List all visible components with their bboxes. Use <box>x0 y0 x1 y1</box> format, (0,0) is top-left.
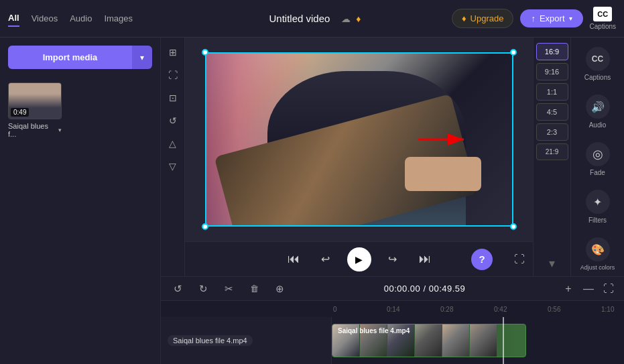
tab-images[interactable]: Images <box>104 11 133 26</box>
skip-back-button[interactable]: ⏮ <box>283 249 304 270</box>
clip-thumb-4 <box>415 324 442 357</box>
clip-label: Saiqal blues file 4.mp4 <box>338 327 410 335</box>
undo-button[interactable]: ↺ <box>169 280 186 298</box>
layout-tool[interactable]: ⊞ <box>164 43 182 62</box>
right-sidebar: CC Captions 🔊 Audio ◎ Fade ✦ Filters 🎨 <box>570 38 624 276</box>
aspect-16-9[interactable]: 16:9 <box>536 43 568 60</box>
playback-bar: ⏮ ↩ ▶ ↪ ⏭ ? ⛶ <box>185 241 533 276</box>
rotate-tool[interactable]: ↺ <box>164 111 182 130</box>
tab-audio[interactable]: Audio <box>70 11 92 26</box>
timeline-toolbar: ↺ ↻ ✂ 🗑 ⊕ 00:00.00 / 00:49.59 + — ⛶ <box>161 277 624 301</box>
aspect-1-1[interactable]: 1:1 <box>536 83 568 101</box>
time-total: 00:49.59 <box>429 284 466 294</box>
adjust-colors-sidebar-icon: 🎨 <box>586 237 610 261</box>
ruler-tick-110: 1:10 <box>600 306 624 313</box>
delete-button[interactable]: 🗑 <box>245 280 263 298</box>
sidebar-fade[interactable]: ◎ Fade <box>575 138 621 180</box>
time-current: 00:00.00 <box>384 284 421 294</box>
captions-label: Captions <box>590 23 616 30</box>
tab-videos[interactable]: Videos <box>32 11 58 26</box>
project-name[interactable]: Untitled video <box>263 9 336 27</box>
handle-top-right[interactable] <box>510 49 517 56</box>
video-track-clip[interactable]: Saiqal blues file 4.mp4 <box>332 324 526 357</box>
rewind-button[interactable]: ↩ <box>315 249 336 270</box>
timeline-ruler: 0 0:14 0:28 0:42 0:56 1:10 1:24 <box>161 301 624 317</box>
handle-bottom-left[interactable] <box>202 223 208 230</box>
forward-button[interactable]: ↪ <box>382 249 403 270</box>
ruler-tick-42: 0:42 <box>493 306 546 313</box>
captions-cc-icon: CC <box>593 7 612 21</box>
aspect-2-3[interactable]: 2:3 <box>536 123 568 141</box>
fullscreen-button[interactable]: ⛶ <box>514 253 525 265</box>
thumbnail-filename: Saiqal blues f... <box>8 122 56 138</box>
time-display: 00:00.00 / 00:49.59 <box>296 284 553 294</box>
captions-button[interactable]: CC Captions <box>590 7 616 30</box>
top-right-buttons: ♦ Upgrade ↑ Export ▾ CC Captions <box>452 7 616 30</box>
import-media-button[interactable]: Import media <box>8 46 132 69</box>
flip-horizontal-tool[interactable]: ▽ <box>164 157 182 176</box>
flip-vertical-tool[interactable]: △ <box>164 134 182 153</box>
adjust-colors-sidebar-label: Adjust colors <box>580 264 615 271</box>
project-name-area: Untitled video ☁ ♦ <box>263 9 361 27</box>
cloud-icon: ☁ <box>341 13 351 24</box>
aspect-ratio-panel: 16:9 9:16 1:1 4:5 2:3 21:9 ▾ <box>533 38 570 276</box>
upgrade-label: Upgrade <box>471 13 504 23</box>
ruler-ticks: 0 0:14 0:28 0:42 0:56 1:10 1:24 <box>332 306 624 313</box>
redo-button[interactable]: ↻ <box>194 280 212 298</box>
zoom-minus-button[interactable]: — <box>581 282 596 296</box>
tab-all[interactable]: All <box>8 10 19 27</box>
diamond-badge: ♦ <box>356 13 361 24</box>
cut-button[interactable]: ✂ <box>220 280 237 298</box>
collapse-aspect-button[interactable]: ▾ <box>549 251 555 271</box>
ruler-tick-0: 0 <box>332 306 385 313</box>
add-media-button[interactable]: ⊕ <box>271 280 288 298</box>
audio-sidebar-icon: 🔊 <box>586 95 610 119</box>
track-label-area: Saiqal blues file 4.mp4 <box>161 317 332 364</box>
play-button[interactable]: ▶ <box>347 247 371 271</box>
import-btn-area: Import media ▾ <box>0 38 160 77</box>
captions-sidebar-icon: CC <box>586 47 610 71</box>
ruler-tick-28: 0:28 <box>439 306 493 313</box>
center-panel: ⊞ ⛶ ⊡ ↺ △ ▽ <box>161 38 624 364</box>
sidebar-filters[interactable]: ✦ Filters <box>575 186 621 228</box>
import-dropdown-button[interactable]: ▾ <box>132 46 152 69</box>
sidebar-audio[interactable]: 🔊 Audio <box>575 90 621 133</box>
editor-area: ⊞ ⛶ ⊡ ↺ △ ▽ <box>161 38 624 276</box>
timeline-tracks: Saiqal blues file 4.mp4 Saiqal blues fil… <box>161 317 624 364</box>
filters-sidebar-icon: ✦ <box>586 190 610 214</box>
export-chevron-icon: ▾ <box>569 15 572 22</box>
thumbnail-label: Saiqal blues f... ▾ <box>8 122 62 138</box>
media-grid: 0:49 Saiqal blues f... ▾ <box>0 77 160 364</box>
ruler-tick-56: 0:56 <box>546 306 600 313</box>
crop-tool[interactable]: ⛶ <box>164 66 182 84</box>
export-upload-icon: ↑ <box>531 13 536 23</box>
skip-forward-button[interactable]: ⏭ <box>414 249 436 270</box>
video-container[interactable] <box>205 52 513 227</box>
canvas-area: ⏮ ↩ ▶ ↪ ⏭ ? ⛶ <box>185 38 533 276</box>
left-sidebar: Import media ▾ 0:49 Saiqal blues f... ▾ <box>0 38 161 364</box>
handle-top-left[interactable] <box>202 49 208 56</box>
sidebar-adjust-colors[interactable]: 🎨 Adjust colors <box>575 233 621 275</box>
ruler-tick-14: 0:14 <box>385 306 439 313</box>
thumbnail-image: 0:49 <box>8 82 62 119</box>
aspect-4-5[interactable]: 4:5 <box>536 103 568 121</box>
fade-sidebar-icon: ◎ <box>586 142 610 166</box>
zoom-plus-button[interactable]: + <box>561 282 576 296</box>
fade-sidebar-label: Fade <box>590 169 605 176</box>
aspect-21-9[interactable]: 21:9 <box>536 143 568 160</box>
upgrade-button[interactable]: ♦ Upgrade <box>452 9 514 28</box>
scene-hand <box>405 157 481 191</box>
video-frame <box>205 52 513 227</box>
resize-tool[interactable]: ⊡ <box>164 88 182 107</box>
handle-bottom-right[interactable] <box>510 223 517 230</box>
help-button[interactable]: ? <box>471 249 493 270</box>
export-label: Export <box>540 13 565 23</box>
sidebar-captions[interactable]: CC Captions <box>575 43 621 85</box>
aspect-9-16[interactable]: 9:16 <box>536 63 568 80</box>
export-button[interactable]: ↑ Export ▾ <box>520 9 582 27</box>
upgrade-diamond-icon: ♦ <box>462 13 466 23</box>
media-tabs: All Videos Audio Images <box>8 10 133 27</box>
track-content-area[interactable]: Saiqal blues file 4.mp4 <box>332 317 624 364</box>
media-thumbnail[interactable]: 0:49 Saiqal blues f... ▾ <box>8 82 62 138</box>
fit-timeline-button[interactable]: ⛶ <box>601 282 616 296</box>
